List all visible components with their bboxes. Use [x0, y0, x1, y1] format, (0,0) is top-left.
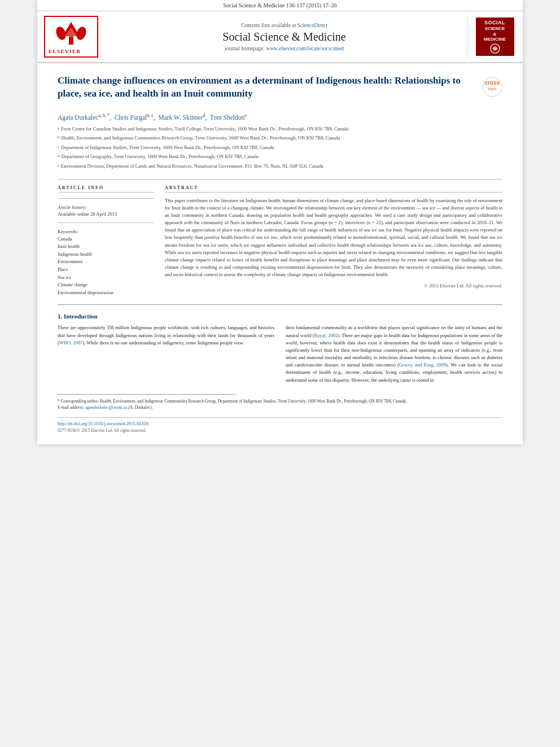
ssm-logo-box: SOCIAL SCIENCE & MEDICINE	[476, 18, 514, 56]
keyword-env-dispossession: Environmental dispossession	[58, 289, 154, 297]
introduction-title: 1. Introduction	[58, 313, 502, 320]
keywords-divider	[58, 222, 154, 223]
keyword-indigenous-health: Indigenous health	[58, 251, 154, 259]
who-2007-ref[interactable]: WHO, 2007	[59, 340, 83, 346]
affiliation-b: b Health, Environment, and Indigenous Co…	[58, 134, 502, 143]
journal-center-info: Contents lists available at ScienceDirec…	[100, 16, 468, 58]
keywords-section: Keywords: Canada Inuit health Indigenous…	[58, 229, 154, 297]
footnote: * Corresponding author. Health, Environm…	[58, 398, 502, 411]
email-link[interactable]: agatadurkalec@trentu.ca	[85, 405, 128, 410]
top-bar: Social Science & Medicine 136-137 (2015)…	[37, 0, 523, 11]
page-footer: http://dx.doi.org/10.1016/j.socscimed.20…	[58, 417, 502, 433]
main-content: Climate change influences on environment…	[37, 63, 523, 444]
svg-text:Mark: Mark	[488, 87, 497, 91]
intro-right-para1: their fundamental commonality as a world…	[286, 324, 502, 383]
elsevier-logo: ELSEVIER	[44, 16, 95, 58]
affiliation-a: a Frost Centre for Canadian Studies and …	[58, 125, 502, 134]
copyright-line: © 2015 Elsevier Ltd. All rights reserved…	[165, 283, 502, 289]
main-divider	[58, 304, 502, 305]
article-info-heading: ARTICLE INFO	[58, 185, 154, 193]
affiliation-e: e Environment Division, Department of La…	[58, 163, 502, 171]
crossmark-logo: cross Mark	[482, 77, 502, 99]
available-online: Available online 28 April 2015	[58, 211, 154, 217]
info-divider	[58, 198, 154, 199]
keyword-place: Place	[58, 266, 154, 274]
keyword-canada: Canada	[58, 235, 154, 243]
svg-rect-0	[69, 36, 73, 45]
history-label: Article history:	[58, 204, 154, 210]
royal-2002-ref[interactable]: Royal, 2002	[314, 333, 338, 338]
author-furgal[interactable]: Chris Furgal	[115, 114, 147, 121]
footer-copyright: 0277-9536/© 2015 Elsevier Ltd. All right…	[58, 428, 502, 433]
sciencedirect-link[interactable]: ScienceDirect	[298, 23, 327, 28]
article-info-abstract: ARTICLE INFO Article history: Available …	[58, 185, 502, 297]
homepage-line: journal homepage: www.elsevier.com/locat…	[225, 46, 344, 51]
contents-line: Contents lists available at ScienceDirec…	[241, 23, 327, 28]
ssm-logo: SOCIAL SCIENCE & MEDICINE	[474, 16, 516, 58]
keyword-climate-change: Climate change	[58, 281, 154, 289]
svg-point-4	[75, 25, 88, 41]
elsevier-wordmark: ELSEVIER	[44, 16, 98, 58]
article-info-column: ARTICLE INFO Article history: Available …	[58, 185, 154, 297]
footnote-divider	[58, 394, 235, 395]
author-durkalec[interactable]: Agata Durkalec	[58, 114, 98, 121]
introduction-section: 1. Introduction There are approximately …	[58, 313, 502, 388]
corresponding-author-note: * Corresponding author. Health, Environm…	[58, 398, 502, 404]
journal-ref: Social Science & Medicine 136-137 (2015)…	[223, 2, 337, 8]
keywords-label: Keywords:	[58, 229, 154, 234]
article-page: Social Science & Medicine 136-137 (2015)…	[37, 0, 523, 444]
authors-line: Agata Durkaleca, b, *, Chris Furgalb, c,…	[58, 113, 502, 121]
intro-right-column: their fundamental commonality as a world…	[286, 324, 502, 388]
article-history: Article history: Available online 28 Apr…	[58, 204, 154, 217]
abstract-column: ABSTRACT This paper contributes to the l…	[165, 185, 502, 297]
affiliation-c: c Department of Indigenous Studies, Tren…	[58, 144, 502, 152]
affiliations: a Frost Centre for Canadian Studies and …	[58, 125, 502, 171]
author-skinner[interactable]: Mark W. Skinner	[158, 114, 203, 121]
journal-name: Social Science & Medicine	[222, 30, 345, 43]
gracey-king-ref[interactable]: Gracey and King, 2009	[399, 362, 446, 368]
doi-link: http://dx.doi.org/10.1016/j.socscimed.20…	[58, 421, 502, 426]
intro-left-column: There are approximately 350 million Indi…	[58, 324, 274, 388]
section-divider	[58, 179, 502, 180]
article-title: Climate change influences on environment…	[58, 75, 474, 101]
homepage-link[interactable]: www.elsevier.com/locate/socscimed	[266, 46, 344, 51]
affiliation-d: d Department of Geography, Trent Univers…	[58, 153, 502, 161]
svg-point-3	[54, 25, 67, 41]
abstract-text: This paper contributes to the literature…	[165, 197, 502, 279]
doi-anchor[interactable]: http://dx.doi.org/10.1016/j.socscimed.20…	[58, 421, 149, 426]
journal-header: ELSEVIER Contents lists available at Sci…	[37, 11, 523, 63]
abstract-heading: ABSTRACT	[165, 185, 502, 193]
keyword-environment: Environment	[58, 258, 154, 266]
intro-left-para1: There are approximately 350 million Indi…	[58, 324, 274, 347]
keyword-sea-ice: Sea ice	[58, 274, 154, 282]
email-note: E-mail address: agatadurkalec@trentu.ca …	[58, 404, 502, 410]
keyword-inuit-health: Inuit health	[58, 243, 154, 251]
author-sheldon[interactable]: Tom Sheldon	[210, 114, 245, 121]
svg-text:cross: cross	[485, 80, 500, 86]
introduction-body: There are approximately 350 million Indi…	[58, 324, 502, 388]
